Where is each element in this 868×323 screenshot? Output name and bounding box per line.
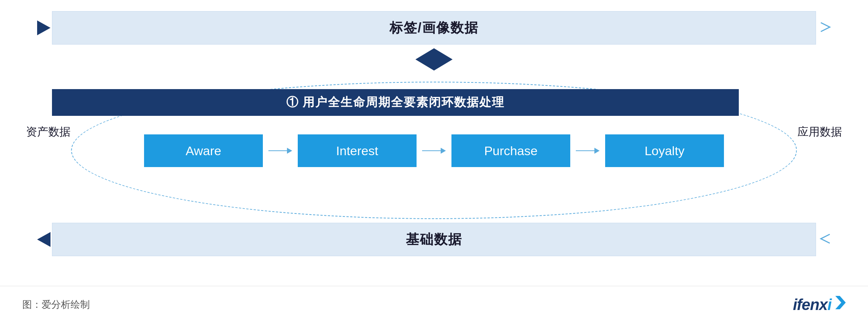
top-left-arrow bbox=[37, 20, 50, 35]
middle-section: 资产数据 应用数据 ① 用户全生命周期全要素闭环数据处理 bbox=[52, 48, 816, 215]
connector-1 bbox=[268, 148, 292, 154]
main-content: 标签/画像数据 资产数据 应用数据 bbox=[22, 11, 846, 256]
top-bar-title: 标签/画像数据 bbox=[389, 19, 479, 37]
connector-head-1 bbox=[287, 148, 292, 154]
stage-aware: Aware bbox=[144, 134, 263, 167]
bottom-left-arrow bbox=[37, 232, 50, 247]
connector-line-2 bbox=[422, 150, 441, 151]
bowtie-container bbox=[52, 48, 816, 71]
bottom-bar-title: 基础数据 bbox=[406, 231, 462, 249]
connector-head-3 bbox=[594, 148, 600, 154]
connector-line-3 bbox=[576, 150, 594, 151]
blue-header-bar: ① 用户全生命周期全要素闭环数据处理 bbox=[52, 89, 739, 116]
stage-purchase: Purchase bbox=[451, 134, 570, 167]
bowtie-left bbox=[415, 48, 434, 71]
logo-text: ifenx bbox=[793, 296, 828, 313]
footer-caption: 图：爱分析绘制 bbox=[22, 298, 90, 311]
footer-logo: ifenxi bbox=[793, 296, 846, 314]
inner-diagram: 标签/画像数据 资产数据 应用数据 bbox=[52, 11, 816, 256]
arrow-solid-left-bottom bbox=[37, 232, 50, 247]
footer: 图：爱分析绘制 ifenxi bbox=[0, 286, 868, 323]
bowtie-right bbox=[434, 48, 453, 71]
bottom-bar: 基础数据 bbox=[52, 223, 816, 256]
logo-chevron-svg bbox=[835, 296, 846, 309]
connector-2 bbox=[422, 148, 446, 154]
top-bar-wrapper: 标签/画像数据 bbox=[52, 11, 816, 45]
outline-arrow-left-bottom bbox=[818, 231, 833, 246]
connector-line-1 bbox=[268, 150, 287, 151]
connector-3 bbox=[576, 148, 600, 154]
svg-marker-0 bbox=[835, 296, 846, 309]
stage-interest: Interest bbox=[298, 134, 417, 167]
ellipse-wrapper: ① 用户全生命周期全要素闭环数据处理 Aware bbox=[52, 89, 816, 197]
bottom-bar-wrapper: 基础数据 bbox=[52, 223, 816, 256]
diagram-area: 标签/画像数据 资产数据 应用数据 bbox=[0, 0, 868, 286]
stages-row: Aware Interest bbox=[52, 134, 816, 167]
bottom-right-arrow bbox=[818, 231, 833, 248]
arrow-solid-right-top bbox=[37, 20, 50, 35]
outline-arrow-right-top bbox=[818, 20, 833, 35]
blue-header-text: ① 用户全生命周期全要素闭环数据处理 bbox=[286, 94, 505, 111]
page-wrapper: 标签/画像数据 资产数据 应用数据 bbox=[0, 0, 868, 323]
logo-chevron bbox=[835, 295, 846, 313]
top-bar: 标签/画像数据 bbox=[52, 11, 816, 45]
logo-accent: i bbox=[828, 296, 832, 313]
connector-head-2 bbox=[441, 148, 446, 154]
stage-loyalty: Loyalty bbox=[605, 134, 724, 167]
top-right-arrow bbox=[818, 20, 833, 36]
